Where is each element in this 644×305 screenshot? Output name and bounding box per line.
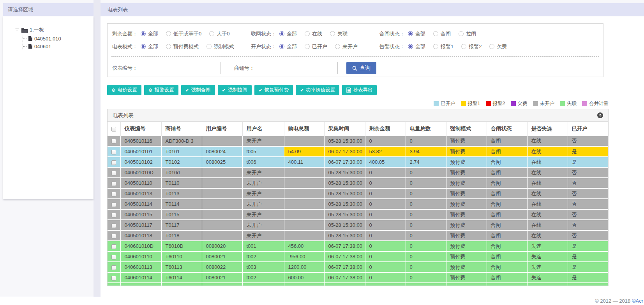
radio-icon — [279, 44, 284, 49]
table-row[interactable]: 0406010113T601130080022t0031200.0006-07 … — [108, 262, 609, 272]
row-checkbox[interactable] — [111, 234, 116, 238]
table-cell: 05-28 15:30:00 — [324, 167, 365, 178]
table-cell: T6010D — [161, 241, 202, 251]
radio-option[interactable]: 在线 — [305, 30, 322, 37]
footer-link[interactable]: ©Acr — [632, 298, 643, 304]
search-input[interactable] — [140, 62, 221, 74]
table-row[interactable]: 0405010118T0118未开户05-28 15:30:0000预付费合闸在… — [108, 230, 609, 241]
radio-option[interactable]: 全部 — [141, 43, 158, 50]
tree-node[interactable]: 040601 — [23, 42, 94, 50]
toolbar-button[interactable]: ⚙报警设置 — [144, 85, 178, 95]
row-checkbox[interactable] — [111, 213, 116, 217]
tree-root-node[interactable]: 1:一栋 — [15, 26, 94, 33]
row-checkbox[interactable] — [111, 160, 116, 165]
table-row[interactable]: 040601010DT6010D0080020t001456.0006-07 1… — [108, 241, 609, 251]
radio-option[interactable]: 欠费 — [489, 43, 507, 50]
table-row[interactable]: 0405010115T0115未开户05-28 15:30:0000预付费合闸在… — [108, 209, 609, 220]
radio-option[interactable]: 全部 — [279, 43, 297, 50]
row-checkbox[interactable] — [111, 139, 116, 144]
table-cell: 0 — [406, 167, 446, 178]
column-header: 用户编号 — [202, 122, 242, 136]
radio-option[interactable]: 全部 — [408, 43, 425, 50]
table-cell: 1200.00 — [284, 262, 324, 272]
table-cell: 0 — [406, 199, 446, 209]
table-cell: 合闸 — [487, 178, 527, 188]
collapse-icon[interactable] — [15, 28, 19, 32]
search-input[interactable] — [257, 62, 338, 74]
table-row[interactable]: 0405010110T0110未开户05-28 15:30:0000预付费合闸在… — [108, 178, 609, 188]
toolbar-button-label: 恢复预付费 — [265, 87, 289, 93]
table-row[interactable]: 040501010DT010d未开户05-28 15:30:0000预付费合闸在… — [108, 167, 609, 178]
radio-option[interactable]: 低于或等于0 — [166, 30, 201, 37]
table-cell: 0405010115 — [120, 209, 161, 220]
table-cell: 否 — [568, 209, 609, 220]
table-row[interactable]: 0406010114T601140080021t002600.0006-07 1… — [108, 272, 609, 283]
table-row[interactable]: 0405010101T01010080024t00554.0906-07 17:… — [108, 146, 609, 157]
row-checkbox-cell — [108, 199, 120, 209]
table-cell: 预付费 — [446, 262, 487, 272]
row-checkbox[interactable] — [111, 276, 116, 280]
table-row[interactable]: 0405010113T0113未开户05-28 15:30:0000预付费合闸在… — [108, 188, 609, 199]
table-row[interactable]: 0405010102T01020080025t006400.1106-07 17… — [108, 157, 609, 167]
table-row[interactable]: 0405010117T0117未开户05-28 15:30:0000预付费合闸在… — [108, 220, 609, 230]
row-checkbox[interactable] — [111, 150, 116, 154]
row-checkbox[interactable] — [111, 181, 116, 186]
row-checkbox[interactable] — [111, 244, 116, 249]
table-cell: 06-07 17:38:00 — [324, 251, 365, 262]
radio-option[interactable]: 全部 — [408, 30, 425, 37]
radio-option[interactable]: 失联 — [330, 30, 348, 37]
radio-option[interactable]: 合闸 — [433, 30, 451, 37]
table-cell: 0 — [365, 178, 406, 188]
toolbar-button[interactable]: ⚙电价设置 — [107, 85, 141, 95]
radio-option[interactable]: 报警2 — [461, 43, 482, 50]
toolbar-button[interactable]: ✔恢复预付费 — [254, 85, 293, 95]
table-row[interactable]: 0406010115T601150080023t0042444.0006-07 … — [108, 283, 609, 286]
table-cell: 0080024 — [202, 146, 242, 157]
table-row[interactable]: 0405010116ADF300-D 3未开户05-28 15:30:0000预… — [108, 136, 609, 146]
row-checkbox-cell — [108, 230, 120, 241]
radio-option[interactable]: 未开户 — [335, 43, 358, 50]
row-checkbox[interactable] — [111, 255, 116, 259]
toolbar-button[interactable]: ✔功率阈值设置 — [296, 85, 339, 95]
table-cell: 预付费 — [446, 146, 487, 157]
row-checkbox[interactable] — [111, 192, 116, 196]
radio-option[interactable]: 大于0 — [209, 30, 229, 37]
toolbar-button[interactable]: 抄表导出 — [342, 85, 377, 95]
legend-label: 失联 — [567, 100, 577, 107]
select-all-checkbox[interactable] — [111, 127, 116, 131]
radio-label: 全部 — [287, 43, 297, 50]
tree-node[interactable]: 040501:010 — [23, 35, 94, 42]
search-icon — [352, 66, 357, 71]
table-cell: 合闸 — [487, 283, 527, 286]
row-checkbox-cell — [108, 188, 120, 199]
table-row[interactable]: 0406010110T601100080021t002-956.0006-07 … — [108, 251, 609, 262]
table-cell: 600.00 — [284, 272, 324, 283]
row-checkbox[interactable] — [111, 265, 116, 270]
radio-option[interactable]: 已开户 — [305, 43, 327, 50]
row-checkbox[interactable] — [111, 171, 116, 175]
radio-icon — [305, 31, 310, 36]
radio-option[interactable]: 拉闸 — [459, 30, 476, 37]
query-button[interactable]: 查询 — [346, 62, 376, 74]
radio-option[interactable]: 预付费模式 — [166, 43, 199, 50]
table-cell — [284, 230, 324, 241]
status-legend: 已开户 报警1 报警2 欠费 未开户 失联 合并计量 — [107, 100, 609, 107]
collapse-up-icon[interactable] — [597, 112, 603, 118]
table-cell: 400.05 — [365, 157, 406, 167]
table-cell: 在线 — [527, 157, 568, 167]
toolbar-button[interactable]: ✔强制合闸 — [181, 85, 215, 95]
radio-label: 全部 — [415, 43, 425, 50]
table-cell: 0406010114 — [120, 272, 161, 283]
table-cell: 合闸 — [487, 251, 527, 262]
toolbar-button-label: 报警设置 — [155, 87, 174, 93]
row-checkbox[interactable] — [111, 223, 116, 228]
row-checkbox[interactable] — [111, 202, 116, 207]
radio-option[interactable]: 全部 — [279, 30, 297, 37]
toolbar-button[interactable]: ✔强制拉闸 — [218, 85, 252, 95]
radio-option[interactable]: 报警1 — [433, 43, 453, 50]
radio-option[interactable]: 强制模式 — [206, 43, 234, 50]
table-row[interactable]: 0405010114T0114未开户05-28 15:30:0000预付费合闸在… — [108, 199, 609, 209]
file-icon — [28, 36, 32, 41]
radio-option[interactable]: 全部 — [141, 30, 158, 37]
table-cell: 0 — [406, 136, 446, 146]
